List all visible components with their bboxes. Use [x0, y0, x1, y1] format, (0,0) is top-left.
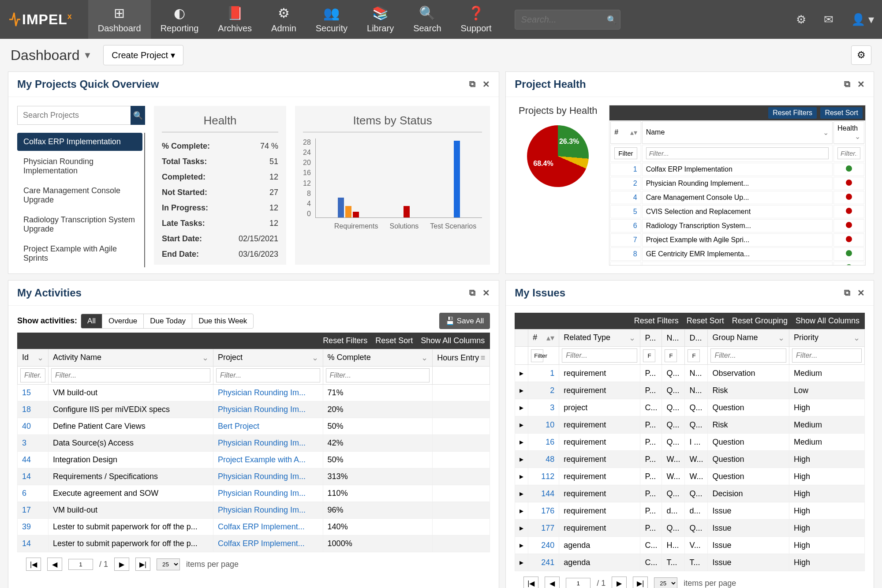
- project-item[interactable]: Project Example with Agile Sprints: [17, 240, 142, 267]
- table-row[interactable]: 8GE Centricity EMR Implementa...: [610, 247, 864, 261]
- reset-sort-button[interactable]: Reset Sort: [820, 107, 863, 119]
- table-row[interactable]: ▸112requirementP...W...W...QuestionHigh: [515, 468, 865, 485]
- col-name[interactable]: Name⌄: [642, 121, 833, 144]
- col-related[interactable]: Related Type⌄: [559, 330, 640, 347]
- col-p[interactable]: P...: [640, 330, 662, 347]
- pager-prev[interactable]: ◀: [47, 558, 62, 571]
- table-row[interactable]: ▸3projectC...Q...Q...QuestionHigh: [515, 399, 865, 416]
- pager-first[interactable]: |◀: [523, 577, 538, 588]
- table-row[interactable]: 1Colfax ERP Implementation: [610, 163, 864, 176]
- pager-last[interactable]: ▶|: [633, 577, 648, 588]
- table-row[interactable]: 40Define Patient Care ViewsBert Project5…: [18, 418, 490, 435]
- col-header[interactable]: Id⌄: [18, 349, 49, 367]
- table-row[interactable]: 44Integration DesignProject Example with…: [18, 452, 490, 468]
- col-number[interactable]: # ▴▾: [610, 121, 641, 144]
- expand-icon[interactable]: ▸: [515, 451, 528, 468]
- project-item[interactable]: Colfax ERP Implementation: [17, 133, 142, 151]
- table-row[interactable]: ▸2requirementP...Q...N...RiskLow: [515, 382, 865, 399]
- table-row[interactable]: ▸240agendaC...H...V...IssueHigh: [515, 537, 865, 554]
- copy-icon[interactable]: ⧉: [469, 288, 475, 298]
- toolbar-action[interactable]: Reset Sort: [375, 336, 413, 345]
- activities-tab[interactable]: Due this Week: [192, 314, 253, 328]
- nav-support[interactable]: ❓Support: [451, 0, 501, 39]
- table-row[interactable]: ▸48requirementP...W...W...QuestionHigh: [515, 451, 865, 468]
- project-item[interactable]: Physician Rounding Implementation: [17, 153, 142, 180]
- filter-input[interactable]: [216, 368, 320, 382]
- activities-tab[interactable]: Overdue: [102, 314, 144, 328]
- pager-page-input[interactable]: [566, 578, 590, 588]
- col-header[interactable]: Hours Entry≡: [433, 349, 490, 367]
- table-row[interactable]: 11Agile Development Project Exa...: [610, 262, 864, 266]
- copy-icon[interactable]: ⧉: [844, 288, 850, 298]
- reset-filters-button[interactable]: Reset Filters: [768, 107, 817, 119]
- expand-icon[interactable]: ▸: [515, 434, 528, 451]
- user-menu-icon[interactable]: 👤 ▾: [851, 13, 874, 26]
- table-row[interactable]: 5CVIS Selection and Replacement: [610, 205, 864, 218]
- table-row[interactable]: 15VM build-outPhysician Rounding Im...71…: [18, 385, 490, 401]
- mail-icon[interactable]: ✉: [824, 13, 833, 26]
- pager-page-input[interactable]: [68, 559, 93, 570]
- copy-icon[interactable]: ⧉: [844, 79, 850, 90]
- col-group[interactable]: Group Name⌄: [708, 330, 789, 347]
- table-row[interactable]: ▸176requirementP...d...d...IssueHigh: [515, 502, 865, 520]
- filter-name-input[interactable]: [646, 147, 829, 159]
- col-health[interactable]: Health⌄: [833, 121, 864, 144]
- filter-group[interactable]: [710, 348, 786, 363]
- table-row[interactable]: 4Care Management Console Up...: [610, 191, 864, 204]
- filter-health-input[interactable]: [837, 147, 860, 159]
- project-search-input[interactable]: [17, 106, 131, 125]
- expand-icon[interactable]: ▸: [515, 520, 528, 537]
- expand-icon[interactable]: ▸: [515, 416, 528, 434]
- table-row[interactable]: 6Execute agreement and SOWPhysician Roun…: [18, 485, 490, 502]
- nav-dashboard[interactable]: ⊞Dashboard: [88, 0, 151, 39]
- toolbar-action[interactable]: Reset Sort: [687, 316, 724, 325]
- col-header[interactable]: Activity Name⌄: [49, 349, 213, 367]
- col-header[interactable]: Project⌄: [213, 349, 323, 367]
- table-row[interactable]: ▸144requirementP...Q...Q...DecisionHigh: [515, 485, 865, 502]
- filter-n[interactable]: F: [665, 349, 677, 362]
- col-expand[interactable]: [515, 330, 528, 347]
- table-row[interactable]: ▸16requirementP...Q...I ...QuestionMediu…: [515, 434, 865, 451]
- nav-reporting[interactable]: ◐Reporting: [151, 0, 209, 39]
- pager-next[interactable]: ▶: [612, 577, 627, 588]
- col-header[interactable]: % Complete⌄: [323, 349, 433, 367]
- nav-library[interactable]: 📚Library: [357, 0, 404, 39]
- toolbar-action[interactable]: Reset Filters: [634, 316, 679, 325]
- project-item[interactable]: Care Management Console Upgrade: [17, 182, 142, 209]
- expand-icon[interactable]: ▸: [515, 365, 528, 382]
- create-project-button[interactable]: Create Project ▾: [103, 45, 183, 65]
- expand-icon[interactable]: ▸: [515, 382, 528, 399]
- nav-admin[interactable]: ⚙Admin: [262, 0, 306, 39]
- filter-button[interactable]: Filter: [531, 349, 543, 362]
- expand-icon[interactable]: ▸: [515, 502, 528, 520]
- table-row[interactable]: 7Project Example with Agile Spri...: [610, 233, 864, 247]
- activities-tab[interactable]: All: [81, 314, 102, 328]
- pager-first[interactable]: |◀: [26, 558, 41, 571]
- table-row[interactable]: 14Requirements / SpecificationsPhysician…: [18, 468, 490, 485]
- filter-d[interactable]: F: [688, 349, 700, 362]
- expand-icon[interactable]: ▸: [515, 537, 528, 554]
- nav-search[interactable]: 🔍Search: [404, 0, 451, 39]
- title-caret-icon[interactable]: ▼: [83, 50, 92, 60]
- dashboard-settings-button[interactable]: ⚙: [851, 45, 871, 65]
- table-row[interactable]: ▸1requirementP...Q...N...ObservationMedi…: [515, 365, 865, 382]
- project-search-button[interactable]: 🔍: [131, 106, 145, 125]
- close-icon[interactable]: ✕: [482, 288, 490, 298]
- col-d[interactable]: D...: [685, 330, 708, 347]
- pager-last[interactable]: ▶|: [135, 558, 150, 571]
- table-row[interactable]: 2Physician Rounding Implement...: [610, 177, 864, 190]
- settings-icon[interactable]: ⚙: [796, 13, 806, 26]
- filter-input[interactable]: [20, 368, 45, 382]
- search-icon[interactable]: 🔍: [607, 15, 617, 24]
- toolbar-action[interactable]: Show All Columns: [796, 316, 860, 325]
- close-icon[interactable]: ✕: [482, 79, 490, 90]
- col-number[interactable]: #▴▾: [528, 330, 559, 347]
- filter-input[interactable]: [51, 368, 210, 382]
- table-row[interactable]: 17VM build-outPhysician Rounding Im...96…: [18, 502, 490, 519]
- filter-related[interactable]: [562, 348, 637, 363]
- nav-archives[interactable]: 📕Archives: [208, 0, 262, 39]
- table-row[interactable]: ▸10requirementP...Q...Q...RiskMedium: [515, 416, 865, 434]
- project-item[interactable]: Radiology Transcription System Upgrade: [17, 211, 142, 238]
- col-n[interactable]: N...: [662, 330, 685, 347]
- table-row[interactable]: 6Radiology Transcription System...: [610, 219, 864, 232]
